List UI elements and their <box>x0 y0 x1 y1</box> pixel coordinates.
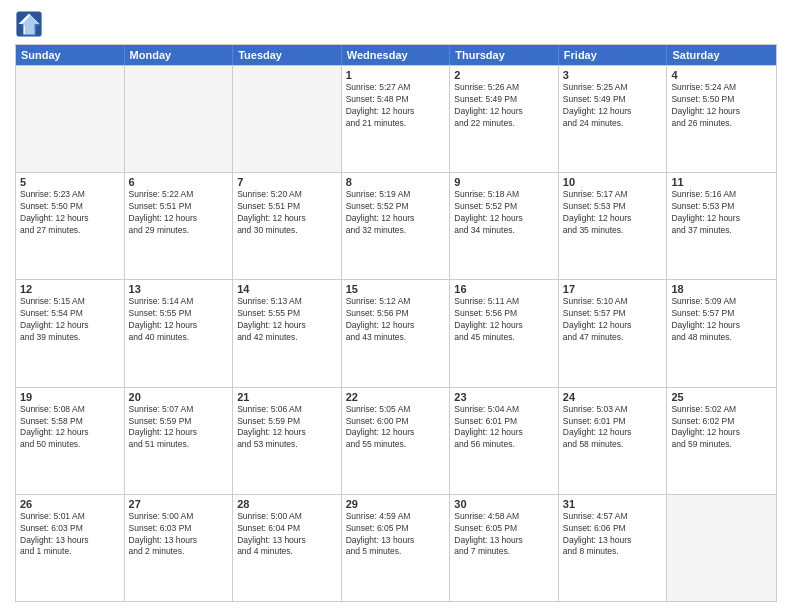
cell-info: Sunrise: 5:00 AM Sunset: 6:03 PM Dayligh… <box>129 511 229 559</box>
calendar-row-2: 5Sunrise: 5:23 AM Sunset: 5:50 PM Daylig… <box>16 172 776 279</box>
day-number: 23 <box>454 391 554 403</box>
day-number: 10 <box>563 176 663 188</box>
day-number: 9 <box>454 176 554 188</box>
calendar-cell: 28Sunrise: 5:00 AM Sunset: 6:04 PM Dayli… <box>233 495 342 601</box>
cell-info: Sunrise: 5:04 AM Sunset: 6:01 PM Dayligh… <box>454 404 554 452</box>
cell-info: Sunrise: 5:11 AM Sunset: 5:56 PM Dayligh… <box>454 296 554 344</box>
calendar-cell: 13Sunrise: 5:14 AM Sunset: 5:55 PM Dayli… <box>125 280 234 386</box>
calendar-cell: 22Sunrise: 5:05 AM Sunset: 6:00 PM Dayli… <box>342 388 451 494</box>
cell-info: Sunrise: 5:02 AM Sunset: 6:02 PM Dayligh… <box>671 404 772 452</box>
calendar-cell: 21Sunrise: 5:06 AM Sunset: 5:59 PM Dayli… <box>233 388 342 494</box>
calendar-cell: 12Sunrise: 5:15 AM Sunset: 5:54 PM Dayli… <box>16 280 125 386</box>
day-number: 13 <box>129 283 229 295</box>
day-number: 31 <box>563 498 663 510</box>
logo <box>15 10 47 38</box>
day-number: 26 <box>20 498 120 510</box>
calendar-header: SundayMondayTuesdayWednesdayThursdayFrid… <box>16 45 776 65</box>
cell-info: Sunrise: 5:23 AM Sunset: 5:50 PM Dayligh… <box>20 189 120 237</box>
calendar-cell: 31Sunrise: 4:57 AM Sunset: 6:06 PM Dayli… <box>559 495 668 601</box>
day-number: 12 <box>20 283 120 295</box>
calendar-cell: 19Sunrise: 5:08 AM Sunset: 5:58 PM Dayli… <box>16 388 125 494</box>
calendar-cell <box>16 66 125 172</box>
day-number: 3 <box>563 69 663 81</box>
calendar-cell: 25Sunrise: 5:02 AM Sunset: 6:02 PM Dayli… <box>667 388 776 494</box>
calendar-cell: 20Sunrise: 5:07 AM Sunset: 5:59 PM Dayli… <box>125 388 234 494</box>
day-header-tuesday: Tuesday <box>233 45 342 65</box>
calendar-cell: 23Sunrise: 5:04 AM Sunset: 6:01 PM Dayli… <box>450 388 559 494</box>
day-number: 5 <box>20 176 120 188</box>
calendar-cell: 3Sunrise: 5:25 AM Sunset: 5:49 PM Daylig… <box>559 66 668 172</box>
day-number: 20 <box>129 391 229 403</box>
day-number: 11 <box>671 176 772 188</box>
calendar-cell: 27Sunrise: 5:00 AM Sunset: 6:03 PM Dayli… <box>125 495 234 601</box>
cell-info: Sunrise: 5:26 AM Sunset: 5:49 PM Dayligh… <box>454 82 554 130</box>
calendar-cell: 16Sunrise: 5:11 AM Sunset: 5:56 PM Dayli… <box>450 280 559 386</box>
page: SundayMondayTuesdayWednesdayThursdayFrid… <box>0 0 792 612</box>
calendar-cell: 1Sunrise: 5:27 AM Sunset: 5:48 PM Daylig… <box>342 66 451 172</box>
calendar-cell: 15Sunrise: 5:12 AM Sunset: 5:56 PM Dayli… <box>342 280 451 386</box>
day-number: 15 <box>346 283 446 295</box>
calendar-row-4: 19Sunrise: 5:08 AM Sunset: 5:58 PM Dayli… <box>16 387 776 494</box>
cell-info: Sunrise: 5:00 AM Sunset: 6:04 PM Dayligh… <box>237 511 337 559</box>
cell-info: Sunrise: 5:25 AM Sunset: 5:49 PM Dayligh… <box>563 82 663 130</box>
header <box>15 10 777 38</box>
calendar: SundayMondayTuesdayWednesdayThursdayFrid… <box>15 44 777 602</box>
cell-info: Sunrise: 5:09 AM Sunset: 5:57 PM Dayligh… <box>671 296 772 344</box>
calendar-cell: 24Sunrise: 5:03 AM Sunset: 6:01 PM Dayli… <box>559 388 668 494</box>
day-number: 17 <box>563 283 663 295</box>
calendar-cell: 7Sunrise: 5:20 AM Sunset: 5:51 PM Daylig… <box>233 173 342 279</box>
cell-info: Sunrise: 5:18 AM Sunset: 5:52 PM Dayligh… <box>454 189 554 237</box>
day-number: 19 <box>20 391 120 403</box>
day-number: 30 <box>454 498 554 510</box>
day-number: 2 <box>454 69 554 81</box>
day-number: 24 <box>563 391 663 403</box>
day-number: 28 <box>237 498 337 510</box>
cell-info: Sunrise: 4:57 AM Sunset: 6:06 PM Dayligh… <box>563 511 663 559</box>
day-number: 1 <box>346 69 446 81</box>
calendar-cell: 11Sunrise: 5:16 AM Sunset: 5:53 PM Dayli… <box>667 173 776 279</box>
calendar-cell: 2Sunrise: 5:26 AM Sunset: 5:49 PM Daylig… <box>450 66 559 172</box>
day-number: 21 <box>237 391 337 403</box>
day-header-sunday: Sunday <box>16 45 125 65</box>
cell-info: Sunrise: 5:17 AM Sunset: 5:53 PM Dayligh… <box>563 189 663 237</box>
calendar-body: 1Sunrise: 5:27 AM Sunset: 5:48 PM Daylig… <box>16 65 776 601</box>
calendar-row-3: 12Sunrise: 5:15 AM Sunset: 5:54 PM Dayli… <box>16 279 776 386</box>
cell-info: Sunrise: 5:06 AM Sunset: 5:59 PM Dayligh… <box>237 404 337 452</box>
cell-info: Sunrise: 5:20 AM Sunset: 5:51 PM Dayligh… <box>237 189 337 237</box>
day-number: 6 <box>129 176 229 188</box>
cell-info: Sunrise: 5:03 AM Sunset: 6:01 PM Dayligh… <box>563 404 663 452</box>
cell-info: Sunrise: 5:01 AM Sunset: 6:03 PM Dayligh… <box>20 511 120 559</box>
cell-info: Sunrise: 5:22 AM Sunset: 5:51 PM Dayligh… <box>129 189 229 237</box>
day-header-saturday: Saturday <box>667 45 776 65</box>
cell-info: Sunrise: 5:07 AM Sunset: 5:59 PM Dayligh… <box>129 404 229 452</box>
day-number: 14 <box>237 283 337 295</box>
calendar-cell: 30Sunrise: 4:58 AM Sunset: 6:05 PM Dayli… <box>450 495 559 601</box>
cell-info: Sunrise: 5:24 AM Sunset: 5:50 PM Dayligh… <box>671 82 772 130</box>
cell-info: Sunrise: 4:58 AM Sunset: 6:05 PM Dayligh… <box>454 511 554 559</box>
calendar-cell <box>233 66 342 172</box>
day-number: 7 <box>237 176 337 188</box>
day-number: 27 <box>129 498 229 510</box>
calendar-cell: 6Sunrise: 5:22 AM Sunset: 5:51 PM Daylig… <box>125 173 234 279</box>
cell-info: Sunrise: 5:16 AM Sunset: 5:53 PM Dayligh… <box>671 189 772 237</box>
day-number: 29 <box>346 498 446 510</box>
cell-info: Sunrise: 5:14 AM Sunset: 5:55 PM Dayligh… <box>129 296 229 344</box>
calendar-cell: 26Sunrise: 5:01 AM Sunset: 6:03 PM Dayli… <box>16 495 125 601</box>
day-number: 4 <box>671 69 772 81</box>
day-number: 22 <box>346 391 446 403</box>
calendar-cell: 10Sunrise: 5:17 AM Sunset: 5:53 PM Dayli… <box>559 173 668 279</box>
calendar-cell: 9Sunrise: 5:18 AM Sunset: 5:52 PM Daylig… <box>450 173 559 279</box>
cell-info: Sunrise: 5:19 AM Sunset: 5:52 PM Dayligh… <box>346 189 446 237</box>
cell-info: Sunrise: 5:05 AM Sunset: 6:00 PM Dayligh… <box>346 404 446 452</box>
cell-info: Sunrise: 5:12 AM Sunset: 5:56 PM Dayligh… <box>346 296 446 344</box>
calendar-cell: 4Sunrise: 5:24 AM Sunset: 5:50 PM Daylig… <box>667 66 776 172</box>
calendar-cell <box>125 66 234 172</box>
cell-info: Sunrise: 5:08 AM Sunset: 5:58 PM Dayligh… <box>20 404 120 452</box>
calendar-cell: 18Sunrise: 5:09 AM Sunset: 5:57 PM Dayli… <box>667 280 776 386</box>
cell-info: Sunrise: 4:59 AM Sunset: 6:05 PM Dayligh… <box>346 511 446 559</box>
day-number: 25 <box>671 391 772 403</box>
calendar-row-5: 26Sunrise: 5:01 AM Sunset: 6:03 PM Dayli… <box>16 494 776 601</box>
cell-info: Sunrise: 5:27 AM Sunset: 5:48 PM Dayligh… <box>346 82 446 130</box>
calendar-cell: 14Sunrise: 5:13 AM Sunset: 5:55 PM Dayli… <box>233 280 342 386</box>
cell-info: Sunrise: 5:13 AM Sunset: 5:55 PM Dayligh… <box>237 296 337 344</box>
